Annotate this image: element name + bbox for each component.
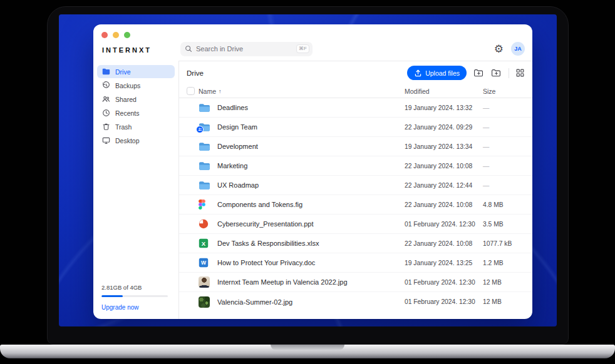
search-placeholder: Search in Drive xyxy=(196,45,243,53)
table-row[interactable]: Valencia-Summer-02.jpg 01 February 2024.… xyxy=(179,292,532,311)
backups-icon xyxy=(102,81,110,89)
column-header-name[interactable]: Name ↑ xyxy=(199,88,405,95)
page-title: Drive xyxy=(187,69,204,77)
search-icon xyxy=(185,45,192,53)
table-row[interactable]: Dev Tasks & Responsibilities.xlsx 22 Jan… xyxy=(179,234,532,253)
table-row[interactable]: Marketing 22 January 2024. 10:08 — xyxy=(179,156,532,176)
file-name: Marketing xyxy=(217,162,405,169)
storage-progress-fill xyxy=(101,295,123,297)
file-name: Dev Tasks & Responsibilities.xlsx xyxy=(217,240,405,247)
excel-file-icon xyxy=(199,238,217,248)
column-header-size[interactable]: Size xyxy=(483,88,524,95)
file-modified: 01 February 2024. 12:30 xyxy=(405,298,483,305)
file-name: Design Team xyxy=(217,123,405,131)
table-row[interactable]: How to Protect Your Privacy.doc 19 Janua… xyxy=(179,253,532,273)
trash-icon xyxy=(102,123,110,131)
upgrade-now-link[interactable]: Upgrade now xyxy=(101,304,168,311)
sidebar-item-label: Shared xyxy=(115,96,137,103)
minimize-window-button[interactable] xyxy=(113,32,119,38)
file-modified: 01 February 2024. 12:30 xyxy=(405,279,483,286)
upload-files-button[interactable]: Upload files xyxy=(407,66,467,80)
folder-icon xyxy=(199,103,217,113)
zoom-window-button[interactable] xyxy=(124,32,130,38)
sidebar-item-label: Trash xyxy=(115,123,132,131)
recents-icon xyxy=(102,109,110,117)
file-name: How to Protect Your Privacy.doc xyxy=(217,259,405,266)
file-modified: 22 January 2024. 12:44 xyxy=(405,182,483,189)
content-header: Drive Upload files xyxy=(179,61,532,84)
upload-icon xyxy=(414,69,422,77)
toolbar-divider xyxy=(509,68,509,78)
main-area: Search in Drive ⌘F ⚙ JA Drive Upload fil… xyxy=(179,24,532,319)
file-modified: 22 January 2024. 10:08 xyxy=(405,163,483,169)
sidebar-item-drive[interactable]: Drive xyxy=(97,65,175,78)
avatar[interactable]: JA xyxy=(511,42,525,56)
sidebar-item-backups[interactable]: Backups xyxy=(97,79,175,92)
word-file-icon xyxy=(199,258,217,268)
folder-icon xyxy=(199,142,217,151)
scene: INTERNXT Drive Backups Shared xyxy=(0,0,615,364)
sidebar-item-label: Desktop xyxy=(115,137,140,144)
file-name: Cybersecurity_Presentation.ppt xyxy=(217,220,405,228)
file-modified: 22 January 2024. 09:29 xyxy=(405,124,483,131)
toolbar: Upload files xyxy=(407,66,524,80)
sidebar-item-label: Drive xyxy=(115,68,131,76)
laptop-bezel: INTERNXT Drive Backups Shared xyxy=(47,6,569,345)
create-folder-icon[interactable] xyxy=(473,69,484,78)
file-modified: 01 February 2024. 12:30 xyxy=(405,221,483,228)
sort-ascending-icon: ↑ xyxy=(219,88,222,94)
file-modified: 22 January 2024. 10:08 xyxy=(405,240,483,247)
table-row[interactable]: Deadlines 19 January 2024. 13:32 — xyxy=(179,98,532,118)
storage-progress-track xyxy=(101,295,168,297)
upload-files-label: Upload files xyxy=(425,69,460,77)
grid-view-icon[interactable] xyxy=(516,69,524,77)
desktop-icon xyxy=(102,136,110,144)
sidebar-item-shared[interactable]: Shared xyxy=(97,93,175,106)
table-row[interactable]: Design Team 22 January 2024. 09:29 — xyxy=(179,118,532,137)
table-row[interactable]: UX Roadmap 22 January 2024. 12:44 — xyxy=(179,176,532,195)
search-shortcut-badge: ⌘F xyxy=(296,44,309,53)
file-name: Internxt Team Meetup in Valencia 2022.jp… xyxy=(217,278,405,286)
file-size: 4.8 MB xyxy=(483,201,524,208)
file-size: — xyxy=(483,143,524,150)
column-name-label: Name xyxy=(199,88,216,95)
table-row[interactable]: Development 19 January 2024. 13:34 — xyxy=(179,137,532,156)
search-input[interactable]: Search in Drive ⌘F xyxy=(180,42,313,56)
table-row[interactable]: Components and Tokens.fig 22 January 202… xyxy=(179,195,532,215)
sidebar-nav: Drive Backups Shared Recents xyxy=(97,65,175,147)
file-size: 1077.7 kB xyxy=(483,240,524,247)
table-header: Name ↑ Modified Size xyxy=(179,84,532,98)
sidebar: INTERNXT Drive Backups Shared xyxy=(93,24,178,319)
table-row[interactable]: Internxt Team Meetup in Valencia 2022.jp… xyxy=(179,273,532,292)
select-all-checkbox[interactable] xyxy=(187,87,195,95)
file-size: — xyxy=(483,104,524,111)
file-size: — xyxy=(483,124,524,131)
sidebar-item-desktop[interactable]: Desktop xyxy=(97,134,175,147)
file-size: 12 MB xyxy=(483,279,524,286)
settings-gear-icon[interactable]: ⚙ xyxy=(494,44,504,54)
file-modified: 19 January 2024. 13:34 xyxy=(405,143,483,150)
close-window-button[interactable] xyxy=(101,32,108,38)
file-name: Development xyxy=(217,143,405,150)
sidebar-item-recents[interactable]: Recents xyxy=(97,106,175,119)
file-name: Valencia-Summer-02.jpg xyxy=(217,298,405,306)
folder-icon xyxy=(199,161,217,171)
photo-thumbnail-portrait xyxy=(199,276,217,288)
app-window: INTERNXT Drive Backups Shared xyxy=(93,24,532,319)
column-header-modified[interactable]: Modified xyxy=(405,88,483,95)
file-name: Deadlines xyxy=(217,104,405,111)
file-modified: 22 January 2024. 10:08 xyxy=(405,201,483,208)
window-controls xyxy=(93,24,178,38)
shared-icon xyxy=(102,95,110,103)
laptop-base xyxy=(0,345,615,358)
file-name: Components and Tokens.fig xyxy=(217,201,405,208)
sidebar-item-trash[interactable]: Trash xyxy=(97,120,175,133)
sidebar-item-label: Backups xyxy=(115,82,140,89)
internxt-logo: INTERNXT xyxy=(102,46,178,54)
desktop-wallpaper: INTERNXT Drive Backups Shared xyxy=(59,14,557,326)
shared-badge-icon xyxy=(196,126,204,133)
upload-folder-icon[interactable] xyxy=(491,69,502,78)
table-row[interactable]: Cybersecurity_Presentation.ppt 01 Februa… xyxy=(179,215,532,234)
folder-icon xyxy=(199,181,217,190)
file-name: UX Roadmap xyxy=(217,181,405,189)
